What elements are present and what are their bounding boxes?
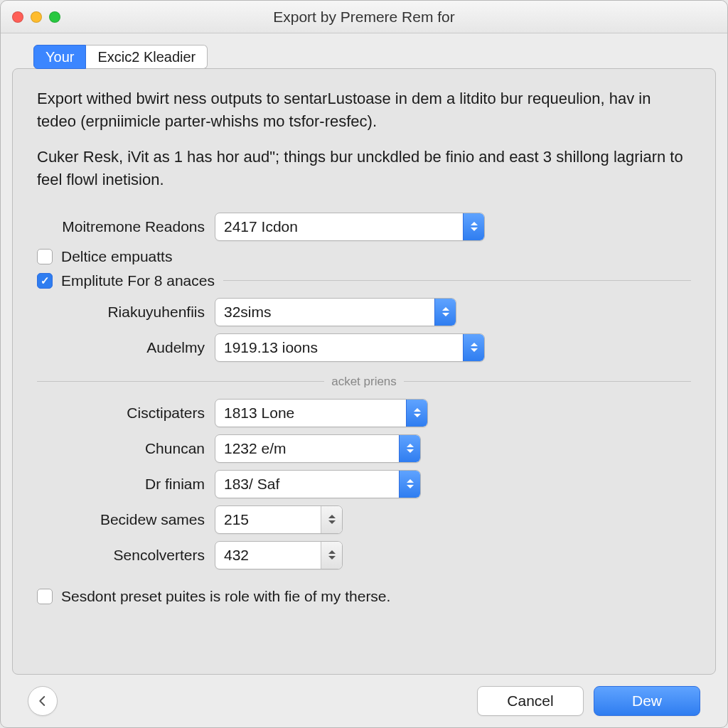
value-drfiniam: 183/ Saf <box>215 476 399 493</box>
label-chuncan: Chuncan <box>37 440 215 457</box>
tabs: Your Excic2 Kleadier <box>33 45 716 69</box>
arrow-left-icon <box>36 695 49 707</box>
checkbox-sesdont[interactable] <box>37 589 53 604</box>
primary-button[interactable]: Dew <box>594 686 700 716</box>
window-title: Export by Premere Rem for <box>1 9 727 26</box>
stepper-icon[interactable] <box>434 299 456 326</box>
row-drfiniam: Dr finiam 183/ Saf <box>37 470 691 498</box>
check-sesdont-row: Sesdont preset puites is role with fie o… <box>37 588 691 605</box>
tab-your[interactable]: Your <box>33 45 86 69</box>
row-sencol: Sencolverters 432 <box>37 541 691 569</box>
label-becidew: Becidew sames <box>37 511 215 528</box>
select-cisct[interactable]: 1813 Lone <box>215 399 428 427</box>
value-moitremone: 2417 Icdon <box>215 218 463 235</box>
label-emplitute: Emplitute For 8 anaces <box>61 272 215 289</box>
value-audelmy: 1919.13 ioons <box>215 339 463 356</box>
checkbox-emplitute[interactable]: ✓ <box>37 273 53 289</box>
check-deltice-row: Deltice empuatts <box>37 248 691 265</box>
value-riakuy: 32sims <box>215 304 434 321</box>
stepper-icon[interactable] <box>406 400 427 427</box>
form: Moitremone Readons 2417 Icdon Deltice em… <box>37 213 691 605</box>
value-sencol: 432 <box>215 547 321 564</box>
select-sencol[interactable]: 432 <box>215 541 343 569</box>
row-moitremone: Moitremone Readons 2417 Icdon <box>37 213 691 241</box>
settings-panel: Export withed bwirt ness outputs to sent… <box>12 68 716 675</box>
label-deltice: Deltice empuatts <box>61 248 172 265</box>
label-audelmy: Audelmy <box>37 339 215 356</box>
titlebar: Export by Premere Rem for <box>1 1 727 33</box>
group-caption: acket priens <box>324 375 404 389</box>
label-drfiniam: Dr finiam <box>37 476 215 493</box>
description-line-1: Export withed bwirt ness outputs to sent… <box>37 87 691 133</box>
footer: Cancel Dew <box>12 675 716 727</box>
row-becidew: Becidew sames 215 <box>37 505 691 534</box>
label-riakuy: Riakuyuhenfiis <box>37 304 215 321</box>
value-cisct: 1813 Lone <box>215 405 406 422</box>
stepper-icon[interactable] <box>321 542 342 569</box>
row-riakuy: Riakuyuhenfiis 32sims <box>37 298 691 326</box>
checkbox-deltice[interactable] <box>37 249 53 264</box>
cancel-button[interactable]: Cancel <box>477 686 584 716</box>
value-chuncan: 1232 e/m <box>215 440 399 457</box>
stepper-icon[interactable] <box>399 435 420 462</box>
stepper-icon[interactable] <box>463 213 484 240</box>
zoom-icon[interactable] <box>49 11 60 23</box>
stepper-icon[interactable] <box>399 471 420 498</box>
select-chuncan[interactable]: 1232 e/m <box>215 434 421 463</box>
stepper-icon[interactable] <box>321 506 342 533</box>
back-button[interactable] <box>28 686 58 716</box>
row-chuncan: Chuncan 1232 e/m <box>37 434 691 463</box>
label-moitremone: Moitremone Readons <box>37 218 215 235</box>
group-separator: acket priens <box>37 375 691 389</box>
select-riakuy[interactable]: 32sims <box>215 298 456 326</box>
tab-excic2[interactable]: Excic2 Kleadier <box>86 45 208 69</box>
traffic-lights <box>12 11 60 23</box>
close-icon[interactable] <box>12 11 23 23</box>
select-becidew[interactable]: 215 <box>215 505 343 534</box>
minimize-icon[interactable] <box>31 11 42 23</box>
select-audelmy[interactable]: 1919.13 ioons <box>215 333 485 362</box>
select-drfiniam[interactable]: 183/ Saf <box>215 470 421 498</box>
description-line-2: Cuker Resk, iVit as 1 has hor aud"; thin… <box>37 146 691 191</box>
export-dialog: Export by Premere Rem for Your Excic2 Kl… <box>0 0 728 728</box>
separator <box>223 280 691 281</box>
row-audelmy: Audelmy 1919.13 ioons <box>37 333 691 362</box>
label-sencol: Sencolverters <box>37 547 215 564</box>
row-cisct: Cisctipaters 1813 Lone <box>37 399 691 427</box>
dialog-content: Your Excic2 Kleadier Export withed bwirt… <box>1 33 727 727</box>
label-sesdont: Sesdont preset puites is role with fie o… <box>61 588 390 605</box>
label-cisct: Cisctipaters <box>37 405 215 422</box>
value-becidew: 215 <box>215 511 321 528</box>
stepper-icon[interactable] <box>463 334 484 361</box>
check-emplitute-row: ✓ Emplitute For 8 anaces <box>37 272 691 289</box>
select-moitremone[interactable]: 2417 Icdon <box>215 213 485 241</box>
